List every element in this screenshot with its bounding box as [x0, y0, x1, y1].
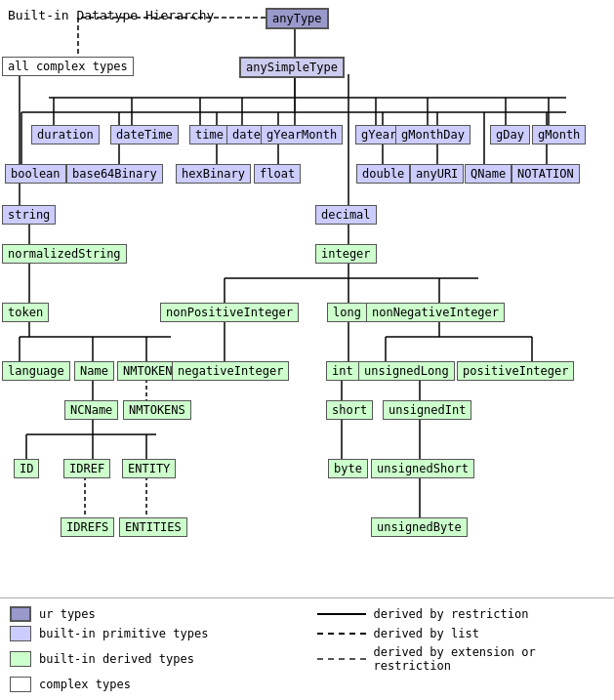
legend-label-complex: complex types — [39, 678, 131, 691]
node-gDay[interactable]: gDay — [490, 125, 530, 144]
node-NOTATION[interactable]: NOTATION — [512, 164, 580, 184]
legend-label-list: derived by list — [374, 627, 479, 640]
node-short[interactable]: short — [326, 400, 373, 420]
node-ID[interactable]: ID — [14, 459, 39, 478]
node-NCName[interactable]: NCName — [64, 400, 118, 420]
legend-derived-types: built-in derived types — [10, 645, 298, 673]
node-integer[interactable]: integer — [315, 244, 377, 264]
node-base64Binary[interactable]: base64Binary — [66, 164, 163, 184]
node-unsignedInt[interactable]: unsignedInt — [383, 400, 471, 420]
node-gYearMonth[interactable]: gYearMonth — [261, 125, 343, 144]
node-unsignedLong[interactable]: unsignedLong — [358, 361, 455, 381]
legend-label-restriction: derived by restriction — [374, 607, 529, 621]
node-hexBinary[interactable]: hexBinary — [176, 164, 251, 184]
node-negativeInteger[interactable]: negativeInteger — [172, 361, 289, 381]
node-positiveInteger[interactable]: positiveInteger — [457, 361, 574, 381]
legend-label-derived: built-in derived types — [39, 652, 194, 666]
node-allComplexTypes[interactable]: all complex types — [2, 57, 134, 76]
node-ENTITY[interactable]: ENTITY — [122, 459, 176, 478]
legend: ur types derived by restriction built-in… — [0, 597, 614, 700]
legend-label-primitive: built-in primitive types — [39, 627, 208, 640]
node-unsignedByte[interactable]: unsignedByte — [371, 517, 468, 537]
node-long[interactable]: long — [327, 303, 367, 322]
legend-line-dashed — [317, 633, 366, 635]
node-QName[interactable]: QName — [465, 164, 512, 184]
node-language[interactable]: language — [2, 361, 70, 381]
node-gMonthDay[interactable]: gMonthDay — [395, 125, 471, 144]
legend-extension: derived by extension or restriction — [317, 645, 605, 673]
legend-box-ur — [10, 606, 31, 622]
legend-primitive-types: built-in primitive types — [10, 626, 298, 641]
legend-complex-types: complex types — [10, 677, 298, 692]
node-normalizedString[interactable]: normalizedString — [2, 244, 127, 264]
node-NMTOKENS[interactable]: NMTOKENS — [123, 400, 191, 420]
node-anyURI[interactable]: anyURI — [410, 164, 464, 184]
page-title: Built-in Datatype Hierarchy — [8, 8, 214, 22]
node-Name[interactable]: Name — [74, 361, 114, 381]
node-anySimpleType[interactable]: anySimpleType — [239, 57, 345, 78]
node-ENTITIES[interactable]: ENTITIES — [119, 517, 187, 537]
legend-line-dash-dot — [317, 658, 366, 660]
node-time[interactable]: time — [189, 125, 229, 144]
node-NMTOKEN[interactable]: NMTOKEN — [117, 361, 179, 381]
main-container: Built-in Datatype Hierarchy — [0, 0, 614, 700]
node-nonPositiveInteger[interactable]: nonPositiveInteger — [160, 303, 299, 322]
node-token[interactable]: token — [2, 303, 49, 322]
node-byte[interactable]: byte — [328, 459, 368, 478]
legend-box-complex — [10, 677, 31, 692]
legend-restriction: derived by restriction — [317, 606, 605, 622]
legend-label-ur: ur types — [39, 607, 96, 621]
node-string[interactable]: string — [2, 205, 56, 225]
hierarchy-lines — [0, 0, 614, 586]
node-unsignedShort[interactable]: unsignedShort — [371, 459, 474, 478]
node-float[interactable]: float — [254, 164, 301, 184]
node-IDREF[interactable]: IDREF — [63, 459, 110, 478]
node-anyType[interactable]: anyType — [266, 8, 329, 29]
node-double[interactable]: double — [356, 164, 410, 184]
node-gMonth[interactable]: gMonth — [532, 125, 586, 144]
legend-label-extension: derived by extension or restriction — [374, 645, 605, 673]
node-boolean[interactable]: boolean — [5, 164, 66, 184]
legend-box-derived — [10, 651, 31, 667]
node-nonNegativeInteger[interactable]: nonNegativeInteger — [366, 303, 505, 322]
legend-line-solid — [317, 613, 366, 615]
legend-box-primitive — [10, 626, 31, 641]
node-duration[interactable]: duration — [31, 125, 100, 144]
legend-list: derived by list — [317, 626, 605, 641]
node-decimal[interactable]: decimal — [315, 205, 377, 225]
legend-ur-types: ur types — [10, 606, 298, 622]
node-IDREFS[interactable]: IDREFS — [61, 517, 114, 537]
node-int[interactable]: int — [326, 361, 359, 381]
node-dateTime[interactable]: dateTime — [110, 125, 179, 144]
